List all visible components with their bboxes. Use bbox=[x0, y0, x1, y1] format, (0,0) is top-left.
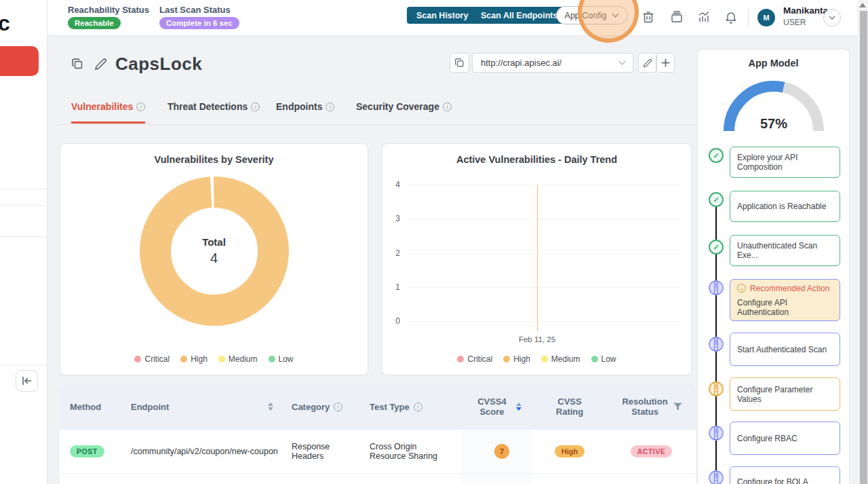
sort-icon-active[interactable] bbox=[516, 403, 521, 411]
info-icon[interactable]: i bbox=[136, 103, 145, 111]
y-tick: 3 bbox=[382, 214, 400, 223]
trend-data-line bbox=[537, 185, 538, 331]
donut-total-value: 4 bbox=[210, 250, 218, 266]
user-menu-chevron[interactable] bbox=[823, 9, 841, 26]
logo-fragment: c bbox=[0, 11, 10, 36]
page-scrollbar[interactable] bbox=[857, 0, 868, 484]
info-icon[interactable]: i bbox=[443, 103, 452, 111]
left-sidebar: c bbox=[0, 0, 47, 484]
gridline bbox=[407, 287, 682, 288]
edit-app-name-icon[interactable] bbox=[94, 58, 108, 71]
cvss4-score-badge: 7 bbox=[494, 444, 509, 459]
analytics-icon[interactable] bbox=[697, 10, 711, 24]
add-url-button[interactable] bbox=[656, 53, 675, 73]
col-method[interactable]: Method bbox=[60, 402, 121, 412]
step-configure-api-auth[interactable]: → Recommended Action Configure API Authe… bbox=[730, 279, 840, 321]
col-resolution-status[interactable]: Resolution Status bbox=[607, 396, 696, 417]
scan-all-endpoints-button[interactable]: Scan All Endpoints bbox=[471, 7, 567, 24]
filter-icon[interactable] bbox=[673, 403, 682, 411]
step-app-reachable[interactable]: Application is Reachable bbox=[730, 191, 840, 222]
tab-threat-detections[interactable]: Threat Detectionsi bbox=[167, 101, 260, 122]
column-label: Endpoint bbox=[131, 402, 169, 412]
step-explore-api[interactable]: Explore your API Composition bbox=[730, 147, 840, 178]
legend-item[interactable]: High bbox=[503, 354, 530, 364]
table-row-partial[interactable] bbox=[60, 473, 696, 484]
last-scan-status: Last Scan Status Complete in 6 sec bbox=[159, 5, 239, 29]
col-cvss4-score[interactable]: CVSS4 Score bbox=[461, 396, 532, 417]
legend-item[interactable]: Critical bbox=[134, 354, 170, 364]
scrollbar-thumb[interactable] bbox=[860, 11, 867, 484]
y-tick: 2 bbox=[382, 248, 400, 258]
vulnerabilities-table: Method Endpoint Categoryi Test Typei CVS… bbox=[60, 384, 696, 484]
legend-item[interactable]: Low bbox=[591, 354, 616, 364]
scan-history-button[interactable]: Scan History bbox=[407, 7, 477, 24]
y-tick: 0 bbox=[382, 316, 400, 326]
reachability-status: Reachability Status Reachable bbox=[68, 5, 149, 29]
col-cvss-rating[interactable]: CVSS Rating bbox=[532, 396, 607, 417]
table-row[interactable]: POST /community/api/v2/coupon/new-coupon… bbox=[60, 430, 696, 473]
daily-trend-card: Active Vulnerabilities - Daily Trend 4 3… bbox=[382, 143, 692, 375]
sidebar-red-button[interactable] bbox=[0, 46, 39, 76]
archive-icon[interactable] bbox=[670, 10, 684, 24]
step-alert-icon: ! bbox=[709, 337, 724, 352]
col-test-type[interactable]: Test Typei bbox=[359, 402, 461, 412]
chevron-down-icon bbox=[618, 60, 626, 65]
tab-vulnerabilities[interactable]: Vulnerabilitesi bbox=[71, 101, 145, 124]
delete-icon[interactable] bbox=[642, 10, 656, 24]
col-category[interactable]: Categoryi bbox=[281, 402, 359, 412]
legend-dot bbox=[541, 356, 548, 362]
reachability-status-badge: Reachable bbox=[68, 17, 121, 29]
column-label: Category bbox=[292, 402, 330, 412]
step-configure-parameters[interactable]: Configure Parameter Values bbox=[730, 377, 840, 411]
page-title: CapsLock bbox=[115, 54, 202, 75]
legend-label: Low bbox=[279, 354, 294, 364]
tab-security-coverage[interactable]: Security Coveragei bbox=[356, 101, 452, 122]
sidebar-collapse-button[interactable] bbox=[16, 370, 38, 392]
info-icon[interactable]: i bbox=[414, 403, 422, 411]
arrow-right-circle-icon: → bbox=[737, 284, 746, 293]
info-icon[interactable]: i bbox=[334, 403, 342, 411]
legend-label: Critical bbox=[144, 354, 170, 364]
legend-dot bbox=[134, 356, 141, 362]
tab-endpoints[interactable]: Endpointsi bbox=[276, 101, 334, 122]
legend-item[interactable]: Critical bbox=[457, 354, 492, 364]
legend-item[interactable]: Medium bbox=[541, 354, 580, 364]
step-configure-rbac[interactable]: Configure RBAC bbox=[730, 422, 840, 455]
legend-item[interactable]: Medium bbox=[218, 354, 258, 364]
severity-legend: Critical High Medium Low bbox=[60, 354, 368, 364]
app-model-title: App Model bbox=[698, 58, 849, 69]
edit-url-button[interactable] bbox=[638, 53, 656, 73]
cell-resolution-status: ACTIVE bbox=[607, 445, 696, 458]
table-header-row: Method Endpoint Categoryi Test Typei CVS… bbox=[60, 384, 696, 430]
step-alert-icon: ! bbox=[709, 280, 724, 295]
step-check-icon: ✓ bbox=[709, 192, 724, 207]
sort-icon[interactable] bbox=[268, 403, 273, 411]
info-icon[interactable]: i bbox=[251, 103, 260, 111]
step-configure-bola[interactable]: Configure for BOLA bbox=[730, 466, 840, 484]
legend-label: Low bbox=[601, 354, 616, 364]
notifications-bell-icon[interactable] bbox=[725, 10, 738, 24]
recommended-action-line: → Recommended Action bbox=[737, 284, 829, 293]
gauge-percent-label: 57% bbox=[719, 116, 828, 132]
scroll-up-icon[interactable] bbox=[859, 3, 866, 7]
reachability-status-label: Reachability Status bbox=[68, 5, 149, 15]
legend-dot bbox=[457, 356, 464, 362]
step-unauth-scan[interactable]: Unauthenticated Scan Exe... bbox=[730, 235, 840, 266]
cell-cvss4-score: 7 bbox=[461, 430, 532, 473]
app-config-button[interactable]: App Config bbox=[556, 6, 628, 24]
chevron-down-icon bbox=[829, 16, 835, 20]
info-icon[interactable]: i bbox=[326, 103, 334, 111]
user-avatar[interactable]: M bbox=[757, 9, 775, 26]
tabbar: Vulnerabilitesi Threat Detectionsi Endpo… bbox=[60, 98, 696, 125]
cell-method: POST bbox=[60, 445, 121, 458]
copy-url-button[interactable] bbox=[450, 53, 469, 73]
sidebar-divider bbox=[0, 189, 47, 189]
step-start-auth-scan[interactable]: Start Authenticated Scan bbox=[730, 333, 840, 366]
col-endpoint[interactable]: Endpoint bbox=[121, 402, 281, 412]
copy-app-icon[interactable] bbox=[71, 58, 85, 71]
legend-item[interactable]: Low bbox=[269, 354, 294, 364]
column-label: CVSS4 Score bbox=[473, 396, 512, 417]
base-url-select[interactable]: http://crapi.apisec.ai/ bbox=[472, 53, 633, 73]
legend-label: Critical bbox=[467, 354, 492, 364]
legend-item[interactable]: High bbox=[180, 354, 208, 364]
